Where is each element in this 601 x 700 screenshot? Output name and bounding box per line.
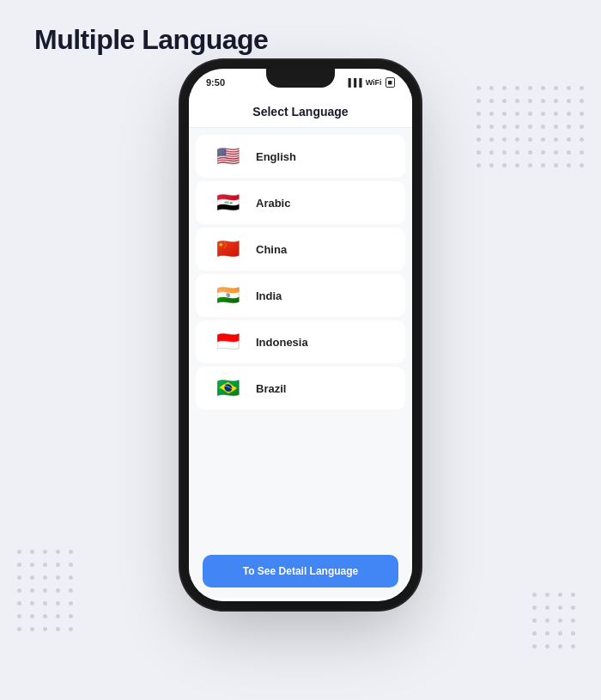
language-item-english[interactable]: 🇺🇸English — [196, 135, 405, 178]
phone-notch — [266, 69, 335, 88]
language-item-india[interactable]: 🇮🇳India — [196, 274, 405, 317]
dot-pattern-bottom-right: const d3 = document.currentScript.parent… — [532, 593, 575, 648]
language-item-arabic[interactable]: 🇮🇶Arabic — [196, 181, 405, 224]
lang-name-india: India — [256, 289, 282, 302]
lang-name-arabic: Arabic — [256, 197, 290, 210]
lang-name-english: English — [256, 150, 296, 163]
language-item-indonesia[interactable]: 🇮🇩Indonesia — [196, 320, 405, 363]
status-icons: ▐▐▐ WiFi ■ — [346, 77, 396, 88]
battery-icon: ■ — [385, 77, 395, 88]
signal-icon: ▐▐▐ — [346, 78, 362, 87]
wifi-icon: WiFi — [366, 78, 382, 87]
page-title: Multiple Language — [34, 24, 268, 56]
screen-header: Select Language — [189, 93, 412, 128]
flag-br: 🇧🇷 — [211, 377, 244, 399]
flag-cn: 🇨🇳 — [211, 238, 244, 260]
status-time: 9:50 — [206, 77, 225, 88]
dot-pattern-top-right: const d1 = document.currentScript.parent… — [477, 86, 584, 167]
flag-us: 🇺🇸 — [211, 145, 244, 167]
cta-button[interactable]: To See Detail Language — [203, 555, 398, 587]
lang-name-china: China — [256, 243, 287, 256]
dot-pattern-bottom-left: const d2 = document.currentScript.parent… — [17, 550, 73, 631]
phone-screen: Select Language 🇺🇸English🇮🇶Arabic🇨🇳China… — [189, 93, 412, 598]
lang-name-indonesia: Indonesia — [256, 336, 308, 349]
flag-iq: 🇮🇶 — [211, 192, 244, 214]
language-list: 🇺🇸English🇮🇶Arabic🇨🇳China🇮🇳India🇮🇩Indones… — [189, 128, 412, 548]
language-item-brazil[interactable]: 🇧🇷Brazil — [196, 367, 405, 410]
phone-mockup: 9:50 ▐▐▐ WiFi ■ Select Language 🇺🇸Englis… — [189, 69, 412, 601]
flag-in: 🇮🇳 — [211, 284, 244, 307]
language-item-china[interactable]: 🇨🇳China — [196, 228, 405, 271]
flag-id: 🇮🇩 — [211, 331, 244, 353]
lang-name-brazil: Brazil — [256, 382, 286, 395]
phone-body: 9:50 ▐▐▐ WiFi ■ Select Language 🇺🇸Englis… — [189, 69, 412, 601]
